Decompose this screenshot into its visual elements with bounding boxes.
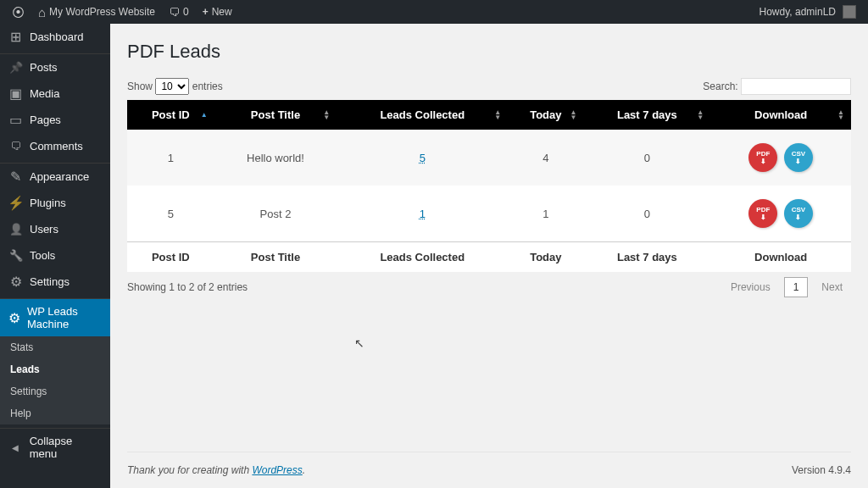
th-last7[interactable]: Last 7 days▲▼: [583, 100, 710, 130]
sidebar-item-posts[interactable]: Posts: [0, 54, 110, 80]
tf-leads: Leads Collected: [337, 242, 508, 273]
sidebar-item-plugins[interactable]: Plugins: [0, 190, 110, 216]
new-link[interactable]: New: [198, 0, 237, 24]
sidebar-item-pages[interactable]: Pages: [0, 107, 110, 133]
wp-logo[interactable]: [7, 0, 30, 24]
cell-leads: 5: [337, 130, 508, 186]
sidebar-item-label: Settings: [30, 275, 70, 288]
tf-today: Today: [508, 242, 583, 273]
search-input[interactable]: [741, 78, 851, 95]
comments-count: 0: [183, 6, 189, 18]
table-row: 1 Hello world! 5 4 0 PDF⬇ CSV⬇: [127, 130, 851, 186]
plugins-icon: [8, 196, 23, 210]
cell-post-id: 5: [127, 186, 214, 242]
search-control: Search:: [703, 78, 851, 95]
entries-control: Show 10 entries: [127, 78, 223, 95]
entries-select[interactable]: 10: [155, 78, 189, 95]
cell-today: 4: [508, 130, 583, 186]
sidebar-item-tools[interactable]: Tools: [0, 242, 110, 269]
leads-table: Post ID▲ Post Title▲▼ Leads Collected▲▼ …: [127, 100, 851, 272]
sidebar-sub-leads[interactable]: Leads: [0, 358, 110, 380]
sidebar-item-users[interactable]: Users: [0, 216, 110, 242]
sidebar-collapse[interactable]: Collapse menu: [0, 429, 110, 466]
sort-icon: ▲▼: [494, 110, 501, 120]
sidebar-item-label: Tools: [30, 249, 55, 262]
page-title: PDF Leads: [127, 41, 851, 63]
home-icon: [38, 5, 46, 19]
th-post-title[interactable]: Post Title▲▼: [214, 100, 337, 130]
version-text: Version 4.9.4: [792, 464, 851, 476]
users-icon: [8, 222, 23, 236]
next-button[interactable]: Next: [813, 278, 851, 297]
collapse-icon: [8, 441, 23, 455]
datatable-controls-top: Show 10 entries Search:: [127, 78, 851, 95]
cell-last7: 0: [583, 186, 710, 242]
download-csv-button[interactable]: CSV⬇: [784, 143, 813, 172]
entries-label: entries: [192, 80, 223, 92]
cell-post-title: Hello world!: [214, 130, 337, 186]
search-label: Search:: [703, 80, 737, 92]
admin-sidebar: Dashboard Posts Media Pages Comments App…: [0, 24, 110, 488]
sidebar-item-label: Pages: [30, 114, 61, 126]
sidebar-item-wp-leads-machine[interactable]: WP Leads Machine: [0, 299, 110, 336]
th-today[interactable]: Today▲▼: [508, 100, 583, 130]
sidebar-sub-help[interactable]: Help: [0, 402, 110, 424]
th-leads-collected[interactable]: Leads Collected▲▼: [337, 100, 508, 130]
sidebar-item-settings[interactable]: Settings: [0, 269, 110, 295]
main-content: PDF Leads Show 10 entries Search: Post I…: [110, 24, 868, 488]
sort-icon: ▲▼: [837, 110, 844, 120]
download-pdf-button[interactable]: PDF⬇: [748, 143, 777, 172]
prev-button[interactable]: Previous: [722, 278, 779, 297]
th-post-id[interactable]: Post ID▲: [127, 100, 214, 130]
settings-icon: [8, 274, 23, 289]
sidebar-item-label: Appearance: [30, 170, 89, 183]
download-pdf-button[interactable]: PDF⬇: [748, 199, 777, 228]
show-label: Show: [127, 80, 153, 92]
cell-last7: 0: [583, 130, 710, 186]
leads-link[interactable]: 5: [420, 152, 426, 164]
sidebar-item-label: Media: [30, 87, 59, 100]
media-icon: [8, 86, 23, 101]
wordpress-icon: [12, 5, 25, 19]
cell-today: 1: [508, 186, 583, 242]
comments-link[interactable]: 0: [164, 0, 194, 24]
cell-download: PDF⬇ CSV⬇: [710, 186, 851, 242]
sidebar-item-label: Users: [30, 223, 58, 236]
sidebar-item-media[interactable]: Media: [0, 80, 110, 107]
page-1-button[interactable]: 1: [784, 277, 809, 297]
site-name-link[interactable]: My WordPress Website: [33, 0, 160, 24]
avatar: [843, 5, 856, 19]
tf-last7: Last 7 days: [583, 242, 710, 273]
sort-asc-icon: ▲: [201, 113, 208, 118]
sidebar-sub-settings[interactable]: Settings: [0, 380, 110, 402]
download-csv-button[interactable]: CSV⬇: [784, 199, 813, 228]
leads-link[interactable]: 1: [420, 208, 426, 220]
sidebar-item-comments[interactable]: Comments: [0, 133, 110, 159]
admin-bar-left: My WordPress Website 0 New: [7, 0, 237, 24]
th-download[interactable]: Download▲▼: [710, 100, 851, 130]
sidebar-item-label: Plugins: [30, 197, 66, 209]
datatable-controls-bottom: Showing 1 to 2 of 2 entries Previous 1 N…: [127, 277, 851, 297]
table-info: Showing 1 to 2 of 2 entries: [127, 281, 248, 293]
admin-bar: My WordPress Website 0 New Howdy, adminL…: [0, 0, 868, 24]
appearance-icon: [8, 169, 23, 184]
admin-bar-right: Howdy, adminLD: [754, 0, 861, 24]
sidebar-item-dashboard[interactable]: Dashboard: [0, 24, 110, 50]
dashboard-icon: [8, 30, 23, 44]
howdy-link[interactable]: Howdy, adminLD: [754, 0, 861, 24]
comments-icon: [8, 139, 23, 153]
wordpress-link[interactable]: WordPress: [252, 464, 302, 476]
sidebar-item-label: Posts: [30, 61, 58, 74]
sort-icon: ▲▼: [323, 110, 330, 120]
site-name: My WordPress Website: [49, 6, 155, 18]
cell-download: PDF⬇ CSV⬇: [710, 130, 851, 186]
table-row: 5 Post 2 1 1 0 PDF⬇ CSV⬇: [127, 186, 851, 242]
sidebar-item-label: WP Leads Machine: [27, 305, 102, 330]
sidebar-item-appearance[interactable]: Appearance: [0, 164, 110, 190]
sidebar-item-label: Dashboard: [30, 30, 84, 43]
gear-icon: [8, 311, 20, 325]
new-label: New: [212, 6, 232, 18]
sidebar-sub-stats[interactable]: Stats: [0, 336, 110, 358]
tf-post-title: Post Title: [214, 242, 337, 273]
pin-icon: [8, 60, 23, 75]
